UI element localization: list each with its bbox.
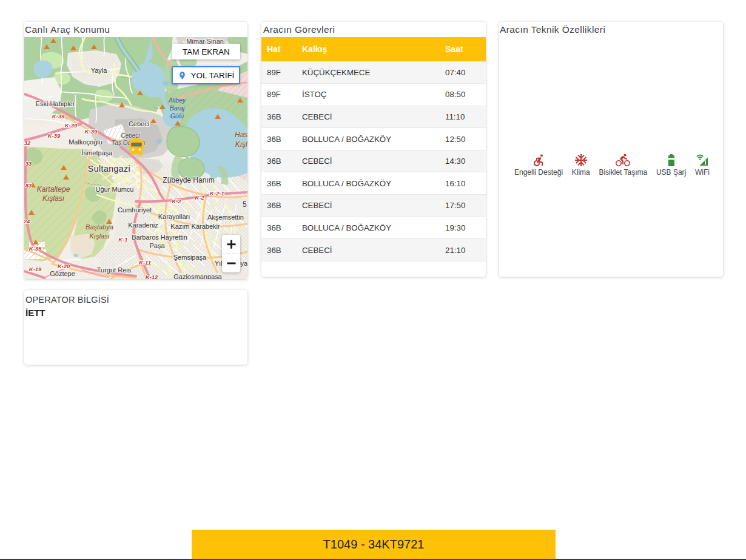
svg-text:Zübeyde Hanım: Zübeyde Hanım — [163, 176, 214, 184]
svg-text:K-1: K-1 — [118, 236, 127, 243]
svg-text:K-2: K-2 — [172, 198, 181, 204]
svg-text:K-39: K-39 — [48, 132, 61, 139]
svg-text:Gölü: Gölü — [170, 112, 184, 120]
svg-text:Sultangazi: Sultangazi — [88, 164, 130, 174]
svg-text:Cebeci: Cebeci — [129, 120, 149, 127]
svg-text:K-39: K-39 — [85, 128, 98, 135]
svg-text:Karayolları: Karayolları — [158, 213, 190, 220]
svg-text:K-39: K-39 — [65, 122, 78, 129]
svg-text:Malkoçoğlu: Malkoçoğlu — [69, 138, 102, 146]
svg-text:K-11: K-11 — [139, 259, 151, 266]
svg-text:K-19: K-19 — [29, 266, 42, 272]
svg-text:Göztepe: Göztepe — [50, 270, 75, 277]
svg-text:K-2-1: K-2-1 — [210, 190, 224, 197]
svg-text:K-20: K-20 — [58, 263, 70, 269]
svg-text:Akşemsettin: Akşemsettin — [207, 214, 244, 221]
svg-text:Kartaltepe: Kartaltepe — [37, 185, 70, 194]
svg-text:K-2: K-2 — [195, 194, 204, 201]
svg-text:Karadeniz: Karadeniz — [128, 221, 158, 229]
svg-text:Baştabya: Baştabya — [86, 223, 113, 231]
svg-text:Turgut Reis: Turgut Reis — [97, 266, 132, 274]
svg-text:Kışlası: Kışlası — [89, 232, 109, 240]
svg-text:Paşa: Paşa — [149, 242, 165, 249]
svg-text:5.: 5. — [243, 200, 247, 209]
svg-text:K-39: K-39 — [52, 113, 65, 120]
svg-text:Hasd: Hasd — [235, 130, 247, 139]
svg-text:83: 83 — [25, 182, 32, 189]
svg-text:24: 24 — [24, 218, 30, 224]
svg-text:Gaziosmanpaşa: Gaziosmanpaşa — [173, 273, 222, 279]
svg-text:Eski Habipler: Eski Habipler — [36, 100, 75, 107]
svg-text:K-12: K-12 — [146, 274, 158, 279]
svg-text:Yayla: Yayla — [91, 67, 108, 74]
svg-text:Barbaros Hayrettin: Barbaros Hayrettin — [132, 234, 187, 241]
svg-text:K-35: K-35 — [29, 245, 42, 252]
svg-text:Cumhuriyet: Cumhuriyet — [118, 206, 152, 214]
svg-text:Kazım Karabekir: Kazım Karabekir — [170, 223, 220, 230]
svg-text:Alibey: Alibey — [168, 96, 186, 104]
svg-text:Baraj: Baraj — [170, 104, 185, 112]
svg-text:Uğur Mumcu: Uğur Mumcu — [96, 186, 134, 193]
svg-text:Kışlası: Kışlası — [42, 194, 64, 203]
svg-text:32: 32 — [24, 140, 31, 146]
svg-text:33: 33 — [25, 160, 32, 167]
svg-text:Kışla: Kışla — [235, 140, 247, 149]
svg-text:İsmetpaşa: İsmetpaşa — [82, 149, 113, 157]
svg-text:Şemsipaşa: Şemsipaşa — [173, 254, 207, 261]
